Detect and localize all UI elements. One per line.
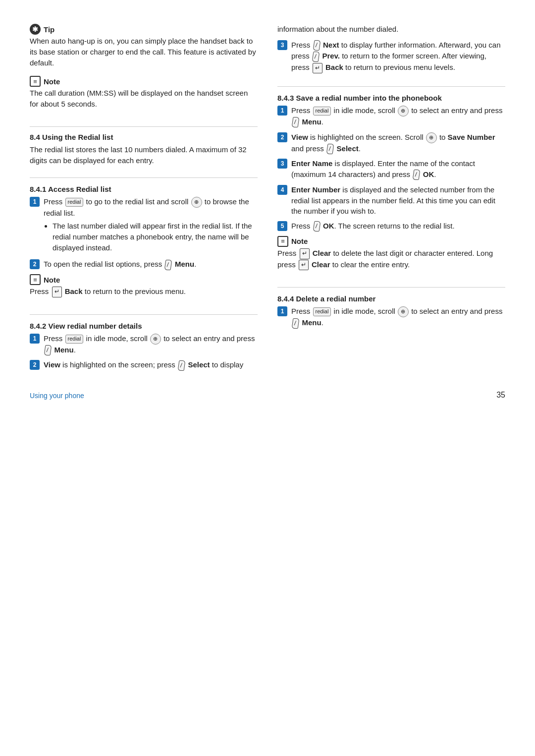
bullet-1: The last number dialed will appear first…: [53, 221, 258, 253]
tip-label: Tip: [44, 25, 54, 34]
note-title-8-4-1: ≡ Note: [30, 274, 258, 285]
redial-btn-1: redial: [65, 198, 84, 207]
soft-key-menu-3: /: [291, 117, 299, 127]
section-8-4-2-continued: information about the number dialed.: [277, 24, 505, 35]
section-8-4-4-heading: 8.4.4 Delete a redial number: [277, 294, 505, 303]
note-body-8-4-3: Press ↵ Clear to delete the last digit o…: [277, 248, 505, 270]
step-content-2: To open the redial list options, press /…: [44, 259, 258, 270]
step-8-4-2-1: 1 Press redial in idle mode, scroll ⊕ to…: [30, 333, 258, 356]
soft-key-ok-1: /: [413, 170, 421, 180]
step-8-4-1-1: 1 Press redial to go to the redial list …: [30, 196, 258, 255]
step-num-8-4-3-5: 5: [277, 221, 287, 231]
note-icon-1: ≡: [30, 76, 41, 87]
step-content-8-4-3-1: Press redial in idle mode, scroll ⊕ to s…: [291, 105, 505, 128]
divider-3: [30, 314, 258, 315]
step-8-4-3-3: 3 Enter Name is displayed. Enter the nam…: [277, 158, 505, 180]
step-content-8-4-3-2: View is highlighted on the screen. Scrol…: [291, 132, 505, 155]
note-box-8-4-1: ≡ Note Press ↵ Back to return to the pre…: [30, 274, 258, 300]
note-label-8-4-1: Note: [44, 276, 60, 284]
divider-2: [30, 177, 258, 178]
section-8-4-body: The redial list stores the last 10 numbe…: [30, 144, 258, 166]
note-title-1: ≡ Note: [30, 76, 258, 87]
step-content-8-4-3-4: Enter Number is displayed and the select…: [291, 184, 505, 217]
step-8-4-3-4: 4 Enter Number is displayed and the sele…: [277, 184, 505, 217]
soft-key-next: /: [313, 40, 321, 51]
step-8-4-2-3: 3 Press / Next to display further inform…: [277, 40, 505, 73]
step-content-8-4-2-1: Press redial in idle mode, scroll ⊕ to s…: [44, 333, 258, 356]
step-content-1: Press redial to go to the redial list an…: [44, 196, 258, 255]
note-label-8-4-3: Note: [291, 237, 308, 245]
step-8-4-1-2: 2 To open the redial list options, press…: [30, 259, 258, 270]
back-key-4: ↵: [299, 260, 309, 270]
section-8-4-heading: 8.4 Using the Redial list: [30, 133, 258, 141]
tip-icon: ✱: [30, 24, 41, 35]
section-8-4-2-heading: 8.4.2 View redial number details: [30, 322, 258, 330]
step-content-8-4-3-3: Enter Name is displayed. Enter the name …: [291, 158, 505, 180]
divider-4: [277, 86, 505, 87]
redial-btn-3: redial: [313, 107, 331, 116]
step-content-8-4-3-5: Press / OK. The screen returns to the re…: [291, 221, 505, 232]
step-num-8-4-4-1: 1: [277, 306, 287, 316]
step-8-4-4-1: 1 Press redial in idle mode, scroll ⊕ to…: [277, 306, 505, 329]
scroll-btn-1: ⊕: [191, 197, 202, 208]
footer-text: Using your phone: [30, 392, 84, 400]
step-content-8-4-4-1: Press redial in idle mode, scroll ⊕ to s…: [291, 306, 505, 329]
note-box-8-4-3: ≡ Note Press ↵ Clear to delete the last …: [277, 236, 505, 273]
tip-title: ✱ Tip: [30, 24, 258, 35]
soft-key-select-2: /: [326, 144, 334, 154]
soft-key-prev: /: [312, 52, 320, 62]
page-layout: ✱ Tip When auto hang-up is on, you can s…: [30, 24, 505, 375]
step-8-4-2-2: 2 View is highlighted on the screen; pre…: [30, 359, 258, 371]
soft-key-menu-2: /: [44, 345, 52, 355]
note-label-1: Note: [44, 77, 60, 86]
step-num-2: 2: [30, 259, 40, 269]
back-key-1: ↵: [52, 287, 62, 297]
soft-key-menu-4: /: [291, 318, 299, 329]
step-num-8-4-2-3: 3: [277, 40, 287, 50]
page-number: 35: [496, 391, 505, 400]
step-num-8-4-2-2: 2: [30, 360, 40, 370]
page-footer: Using your phone 35: [30, 391, 505, 400]
step-8-4-3-2: 2 View is highlighted on the screen. Scr…: [277, 132, 505, 155]
note-title-8-4-3: ≡ Note: [277, 236, 505, 247]
divider-1: [30, 126, 258, 127]
divider-5: [277, 287, 505, 288]
note-icon-8-4-1: ≡: [30, 274, 41, 285]
bullet-list-1: The last number dialed will appear first…: [44, 221, 258, 253]
back-key-3: ↵: [300, 248, 310, 259]
section-8-4-2-step3: 3 Press / Next to display further inform…: [277, 40, 505, 77]
scroll-btn-4: ⊕: [426, 132, 437, 143]
step-8-4-3-1: 1 Press redial in idle mode, scroll ⊕ to…: [277, 105, 505, 128]
scroll-btn-2: ⊕: [150, 334, 161, 345]
redial-btn-4: redial: [313, 307, 331, 316]
redial-btn-2: redial: [65, 335, 84, 344]
tip-box: ✱ Tip When auto hang-up is on, you can s…: [30, 24, 258, 71]
scroll-btn-5: ⊕: [398, 306, 409, 317]
tip-body: When auto hang-up is on, you can simply …: [30, 36, 258, 68]
step-num-8-4-2-1: 1: [30, 334, 40, 344]
section-8-4-1-steps: 1 Press redial to go to the redial list …: [30, 196, 258, 274]
step-num-8-4-3-4: 4: [277, 185, 287, 195]
section-8-4-4-steps: 1 Press redial in idle mode, scroll ⊕ to…: [277, 306, 505, 333]
step-num-8-4-3-1: 1: [277, 106, 287, 116]
step-num-8-4-3-2: 2: [277, 132, 287, 142]
step-num-8-4-3-3: 3: [277, 159, 287, 169]
back-key-2: ↵: [313, 63, 322, 73]
section-8-4-3-heading: 8.4.3 Save a redial number into the phon…: [277, 94, 505, 102]
note-body-8-4-1: Press ↵ Back to return to the previous m…: [30, 286, 258, 297]
step-content-8-4-2-3: Press / Next to display further informat…: [291, 40, 505, 73]
section-8-4-2-steps: 1 Press redial in idle mode, scroll ⊕ to…: [30, 333, 258, 375]
scroll-btn-3: ⊕: [398, 106, 409, 116]
soft-key-menu-1: /: [164, 260, 172, 270]
section-8-4-3-steps: 1 Press redial in idle mode, scroll ⊕ to…: [277, 105, 505, 236]
soft-key-ok-2: /: [313, 221, 321, 232]
left-column: ✱ Tip When auto hang-up is on, you can s…: [30, 24, 258, 375]
step-num-1: 1: [30, 197, 40, 207]
right-column: information about the number dialed. 3 P…: [277, 24, 505, 375]
note-box-1: ≡ Note The call duration (MM:SS) will be…: [30, 76, 258, 113]
step-content-8-4-2-2: View is highlighted on the screen; press…: [44, 359, 258, 371]
note-body-1: The call duration (MM:SS) will be displa…: [30, 88, 258, 110]
soft-key-select-1: /: [177, 360, 185, 371]
note-icon-8-4-3: ≡: [277, 236, 288, 247]
section-8-4-1-heading: 8.4.1 Access Redial list: [30, 185, 258, 193]
